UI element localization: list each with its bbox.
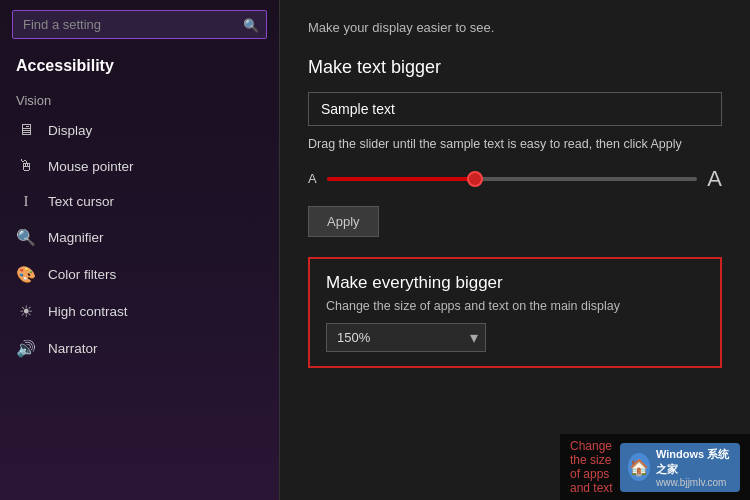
slider-fill <box>327 177 475 181</box>
text-size-slider[interactable] <box>327 177 698 181</box>
sidebar-item-label-cursor: Text cursor <box>48 194 114 209</box>
slider-max-label: A <box>707 166 722 192</box>
app-container: 🔍 Accessibility Vision 🖥 Display 🖱 Mouse… <box>0 0 750 500</box>
apply-button[interactable]: Apply <box>308 206 379 237</box>
sidebar-section-vision: Vision <box>0 85 279 112</box>
sidebar-item-label-magnifier: Magnifier <box>48 230 104 245</box>
sample-text-display: Sample text <box>308 92 722 126</box>
make-text-bigger-title: Make text bigger <box>308 57 722 78</box>
text-cursor-icon: I <box>16 193 36 210</box>
watermark-icon: 🏠 <box>628 453 650 481</box>
search-icon: 🔍 <box>243 17 259 32</box>
magnifier-icon: 🔍 <box>16 228 36 247</box>
sidebar-item-high-contrast[interactable]: ☀ High contrast <box>0 293 279 330</box>
sidebar-item-label-narrator: Narrator <box>48 341 98 356</box>
sidebar-item-label-display: Display <box>48 123 92 138</box>
narrator-icon: 🔊 <box>16 339 36 358</box>
bottom-text: Change the size of apps and text <box>570 439 620 495</box>
watermark-line1: Windows 系统之家 <box>656 447 732 477</box>
bottom-bar: Change the size of apps and text 🏠 Windo… <box>560 434 750 500</box>
mouse-pointer-icon: 🖱 <box>16 157 36 175</box>
sidebar-item-narrator[interactable]: 🔊 Narrator <box>0 330 279 367</box>
sidebar-item-label-contrast: High contrast <box>48 304 128 319</box>
sidebar-item-color-filters[interactable]: 🎨 Color filters <box>0 256 279 293</box>
sidebar: 🔍 Accessibility Vision 🖥 Display 🖱 Mouse… <box>0 0 280 500</box>
search-box: 🔍 <box>12 10 267 39</box>
slider-description: Drag the slider until the sample text is… <box>308 136 722 154</box>
sidebar-title: Accessibility <box>0 49 279 85</box>
watermark-line2: www.bjjmlv.com <box>656 477 732 488</box>
sidebar-item-mouse-pointer[interactable]: 🖱 Mouse pointer <box>0 148 279 184</box>
search-input[interactable] <box>12 10 267 39</box>
sidebar-item-label-color: Color filters <box>48 267 116 282</box>
sidebar-item-magnifier[interactable]: 🔍 Magnifier <box>0 219 279 256</box>
color-filters-icon: 🎨 <box>16 265 36 284</box>
watermark-badge: 🏠 Windows 系统之家 www.bjjmlv.com <box>620 443 740 492</box>
slider-thumb[interactable] <box>467 171 483 187</box>
make-everything-bigger-section: Make everything bigger Change the size o… <box>308 257 722 368</box>
display-size-select-wrapper: 100% 125% 150% 175% 200% <box>326 323 486 352</box>
high-contrast-icon: ☀ <box>16 302 36 321</box>
sidebar-item-text-cursor[interactable]: I Text cursor <box>0 184 279 219</box>
page-subtitle: Make your display easier to see. <box>308 20 722 35</box>
main-content: Make your display easier to see. Make te… <box>280 0 750 500</box>
make-everything-bigger-title: Make everything bigger <box>326 273 704 293</box>
sidebar-item-display[interactable]: 🖥 Display <box>0 112 279 148</box>
watermark-text: Windows 系统之家 www.bjjmlv.com <box>656 447 732 488</box>
slider-min-label: A <box>308 171 317 186</box>
slider-row: A A <box>308 166 722 192</box>
display-size-select[interactable]: 100% 125% 150% 175% 200% <box>326 323 486 352</box>
display-icon: 🖥 <box>16 121 36 139</box>
sidebar-item-label-mouse: Mouse pointer <box>48 159 134 174</box>
make-everything-bigger-desc: Change the size of apps and text on the … <box>326 299 704 313</box>
